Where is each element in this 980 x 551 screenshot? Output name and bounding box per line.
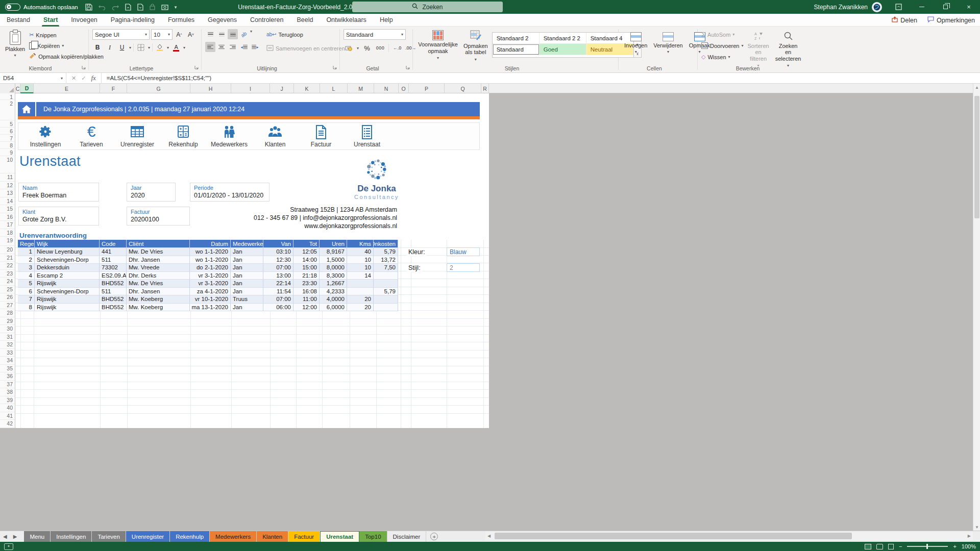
ribbon-tab-formules[interactable]: Formules bbox=[161, 14, 201, 27]
bold-button[interactable]: B bbox=[92, 42, 103, 53]
italic-button[interactable]: I bbox=[105, 42, 115, 53]
style-standaard-2[interactable]: Standaard 2 bbox=[493, 33, 540, 44]
name-box[interactable]: D54 ▾ bbox=[0, 73, 66, 84]
nav-button-tarieven[interactable]: €Tarieven bbox=[68, 124, 114, 148]
horizontal-scroll-thumb[interactable] bbox=[495, 533, 852, 539]
paste-chevron-icon[interactable]: ▾ bbox=[14, 53, 16, 58]
row-header-7[interactable]: 7 bbox=[0, 135, 15, 142]
sheet-tab-urenregister[interactable]: Urenregister bbox=[126, 531, 170, 542]
increase-indent-icon[interactable]: ▸ bbox=[250, 42, 260, 52]
row-header-5[interactable]: 5 bbox=[0, 120, 15, 128]
page-break-view-icon[interactable] bbox=[888, 544, 894, 549]
comments-button[interactable]: Opmerkingen bbox=[927, 16, 975, 24]
insert-cells-button[interactable]: Invoegen▾ bbox=[622, 31, 649, 55]
row-header-16[interactable]: 16 bbox=[0, 213, 15, 221]
vertical-scroll-thumb[interactable] bbox=[974, 96, 979, 218]
scroll-down-icon[interactable]: ▼ bbox=[973, 523, 980, 531]
column-header-E[interactable]: E bbox=[34, 84, 100, 93]
kleur-input[interactable]: Blauw bbox=[447, 247, 480, 256]
sheet-nav-right-icon[interactable]: ▶ bbox=[10, 534, 20, 539]
increase-decimal-icon[interactable]: ←.0 bbox=[392, 43, 402, 53]
column-header-G[interactable]: G bbox=[127, 84, 190, 93]
find-select-button[interactable]: Zoeken en selecteren▾ bbox=[773, 30, 803, 70]
nav-button-factuur[interactable]: Factuur bbox=[298, 124, 344, 148]
decrease-indent-icon[interactable]: ◂ bbox=[239, 42, 249, 52]
zoom-in-icon[interactable]: + bbox=[953, 543, 956, 549]
column-header-H[interactable]: H bbox=[190, 84, 231, 93]
column-header-R[interactable]: R bbox=[481, 84, 489, 93]
avatar[interactable] bbox=[872, 2, 882, 12]
table-row[interactable]: 7RijswijkBHD552Mw. Koebergvr 10-1-2020Tr… bbox=[18, 295, 398, 304]
table-row[interactable]: 5RijswijkBHD552Mw. De Vriesvr 3-1-2020Ja… bbox=[18, 280, 398, 288]
borders-icon[interactable] bbox=[136, 42, 146, 53]
formula-input[interactable]: =ALS(C54<=Urenregister!$S$11;C54;"") bbox=[102, 75, 216, 81]
cancel-entry-icon[interactable]: ✕ bbox=[71, 75, 76, 82]
column-header-N[interactable]: N bbox=[374, 84, 399, 93]
sheet-tab-top10[interactable]: Top10 bbox=[359, 531, 387, 542]
account-button[interactable]: Stephan Zwanikken bbox=[814, 2, 882, 12]
page-down-icon[interactable] bbox=[137, 4, 143, 11]
column-header-Q[interactable]: Q bbox=[445, 84, 481, 93]
sheet-tab-tarieven[interactable]: Tarieven bbox=[92, 531, 126, 542]
paste-button[interactable]: Plakken ▾ bbox=[3, 30, 27, 59]
zoom-level[interactable]: 100% bbox=[962, 543, 976, 549]
undo-icon[interactable] bbox=[99, 4, 106, 10]
row-header-20[interactable]: 20 bbox=[0, 246, 15, 254]
sheet-nav-left-icon[interactable]: ◀ bbox=[0, 534, 10, 539]
column-header-O[interactable]: O bbox=[399, 84, 409, 93]
sheet-tab-rekenhulp[interactable]: Rekenhulp bbox=[170, 531, 210, 542]
nav-button-rekenhulp[interactable]: Rekenhulp bbox=[160, 124, 206, 148]
worksheet-canvas[interactable]: De Jonka Zorgprofessionals | 2.0.035 | m… bbox=[15, 93, 489, 428]
save-icon[interactable] bbox=[85, 4, 92, 11]
row-header-10[interactable]: 10 bbox=[0, 156, 15, 173]
row-header-18[interactable]: 18 bbox=[0, 229, 15, 237]
fill-color-icon[interactable] bbox=[155, 42, 165, 53]
nav-button-urenregister[interactable]: Urenregister bbox=[114, 124, 160, 148]
vertical-scrollbar[interactable]: ▲ ▼ bbox=[973, 84, 980, 531]
ribbon-tab-controleren[interactable]: Controleren bbox=[243, 14, 290, 27]
sheet-tab-medewerkers[interactable]: Medewerkers bbox=[210, 531, 257, 542]
autosave-toggle[interactable]: Automatisch opslaan bbox=[5, 4, 78, 11]
hscroll-left-icon[interactable]: ◀ bbox=[485, 534, 493, 538]
table-row[interactable]: 4Escamp 2ES2.09.A3Dhr. Derksvr 3-1-2020J… bbox=[18, 272, 398, 280]
row-header-38[interactable]: 38 bbox=[0, 388, 15, 396]
clipboard-dialog-launcher-icon[interactable] bbox=[82, 64, 86, 71]
hscroll-right-icon[interactable]: ▶ bbox=[966, 534, 973, 538]
row-header-34[interactable]: 34 bbox=[0, 357, 15, 365]
add-sheet-button[interactable]: + bbox=[430, 533, 438, 540]
field-jaar[interactable]: Jaar 2020 bbox=[127, 183, 176, 202]
row-header-22[interactable]: 22 bbox=[0, 262, 15, 270]
row-header-27[interactable]: 27 bbox=[0, 302, 15, 310]
page-layout-view-icon[interactable] bbox=[876, 544, 883, 549]
orientation-icon[interactable]: ab bbox=[239, 29, 249, 39]
redo-icon[interactable] bbox=[112, 4, 119, 10]
row-header-6[interactable]: 6 bbox=[0, 128, 15, 135]
nav-button-klanten[interactable]: Klanten bbox=[252, 124, 298, 148]
underline-button[interactable]: U bbox=[117, 42, 127, 53]
row-header-14[interactable]: 14 bbox=[0, 197, 15, 206]
column-header-L[interactable]: L bbox=[320, 84, 348, 93]
table-row[interactable]: 8RijswijkBHD552Mw. Koebergma 13-1-2020Ja… bbox=[18, 304, 398, 312]
row-header-13[interactable]: 13 bbox=[0, 189, 15, 197]
row-header-32[interactable]: 32 bbox=[0, 341, 15, 349]
underline-chevron-icon[interactable]: ▾ bbox=[129, 45, 131, 50]
page-up-icon[interactable] bbox=[125, 4, 131, 11]
row-header-42[interactable]: 42 bbox=[0, 420, 15, 428]
style-standaard[interactable]: Standaard bbox=[493, 44, 540, 55]
close-button[interactable]: × bbox=[962, 0, 976, 14]
ribbon-tab-help[interactable]: Help bbox=[373, 14, 400, 27]
delete-cells-button[interactable]: Verwijderen▾ bbox=[651, 31, 684, 55]
sheet-tab-klanten[interactable]: Klanten bbox=[257, 531, 288, 542]
home-icon[interactable] bbox=[18, 102, 36, 116]
table-row[interactable]: 6Scheveningen-Dorp511Dhr. Jansenza 4-1-2… bbox=[18, 288, 398, 296]
row-header-19[interactable]: 19 bbox=[0, 237, 15, 246]
row-header-2[interactable]: 2 bbox=[0, 100, 15, 120]
ribbon-tab-bestand[interactable]: Bestand bbox=[0, 14, 37, 27]
column-header-K[interactable]: K bbox=[294, 84, 320, 93]
nav-button-urenstaat[interactable]: Urenstaat bbox=[344, 124, 390, 148]
conditional-formatting-button[interactable]: Voorwaardelijke opmaak▾ bbox=[416, 29, 459, 63]
accessibility-status-icon[interactable]: ⌖ bbox=[4, 543, 13, 550]
row-header-33[interactable]: 33 bbox=[0, 349, 15, 357]
nav-button-instellingen[interactable]: Instellingen bbox=[22, 124, 68, 148]
row-header-39[interactable]: 39 bbox=[0, 396, 15, 405]
